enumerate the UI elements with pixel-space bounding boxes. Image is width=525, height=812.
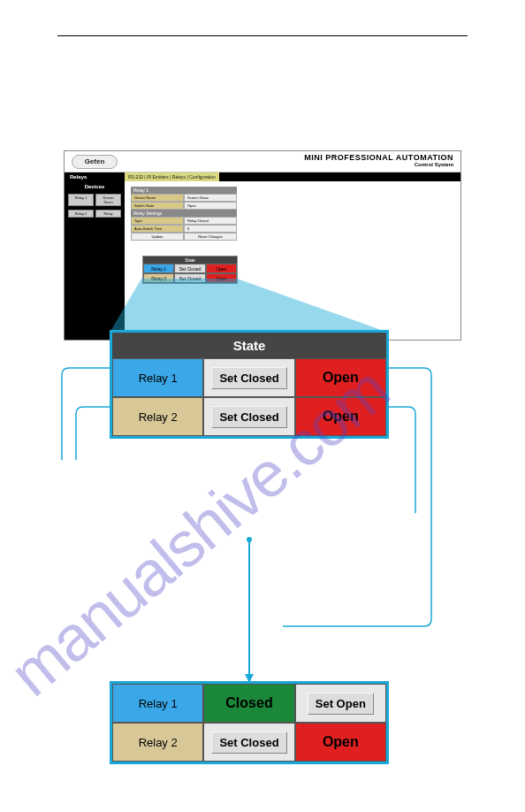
form-r4-value[interactable]: 0 — [184, 225, 237, 233]
result-r2-label: Relay 2 — [112, 723, 203, 762]
nav-menu[interactable]: RS-232 | IR Emitters | Relays | Configur… — [125, 172, 219, 181]
svg-point-1 — [247, 537, 252, 542]
sidebar-relay1-label[interactable]: Relay 1 — [68, 194, 94, 206]
result-row-2: Relay 2 Set Closed Open — [112, 723, 386, 762]
sidebar-row-2: Relay 2 Relay — [65, 208, 125, 219]
state-r2-label: Relay 2 — [112, 397, 203, 436]
result-r1-closed-status: Closed — [203, 684, 294, 723]
state-r2-btn-text: Set Closed — [211, 406, 286, 428]
form-r2-label: Switch State — [131, 202, 184, 210]
mini-r1-status: Open — [206, 264, 237, 273]
app-topbar: Gefen MINI PROFESSIONAL AUTOMATION Contr… — [65, 151, 460, 172]
nav-relays-tag[interactable]: Relays — [70, 172, 87, 181]
mini-state-header: State — [143, 257, 237, 264]
form-r3-value[interactable]: Relay Closed — [184, 217, 237, 225]
state-r2-open-status: Open — [295, 397, 386, 436]
state-r1-open-status: Open — [295, 358, 386, 397]
form-reset-btn[interactable]: Reset Changes — [184, 233, 237, 241]
result-r1-setopen-button[interactable]: Set Open — [295, 684, 386, 723]
result-r2-btn-text: Set Closed — [211, 732, 286, 754]
app-title-text: MINI PROFESSIONAL AUTOMATION — [304, 153, 453, 162]
form-r3-label: Type — [131, 217, 184, 225]
state-r1-btn-text: Set Closed — [211, 367, 286, 389]
form-header-2: Relay Settings — [131, 210, 237, 217]
sidebar-row-1: Relay 1 Screen Down — [65, 192, 125, 208]
app-screenshot: Gefen MINI PROFESSIONAL AUTOMATION Contr… — [64, 150, 461, 341]
mini-state-table: State Relay 1 Set Closed Open Relay 2 Se… — [142, 256, 238, 284]
app-sidebar: Devices Relay 1 Screen Down Relay 2 Rela… — [65, 181, 125, 340]
form-r4-label: Auto-Switch Time — [131, 225, 184, 233]
result-r2-setclosed-button[interactable]: Set Closed — [203, 723, 294, 762]
result-r1-btn-text: Set Open — [308, 693, 374, 715]
app-navbar: Relays RS-232 | IR Emitters | Relays | C… — [65, 172, 460, 181]
app-logo: Gefen — [72, 155, 118, 169]
relay-form: Relay 1 Device NameScreen Down Switch St… — [131, 187, 237, 241]
form-header-1: Relay 1 — [131, 187, 237, 194]
result-row-1: Relay 1 Closed Set Open — [112, 684, 386, 723]
sidebar-relay2-label[interactable]: Relay 2 — [68, 210, 94, 218]
page-top-rule — [57, 35, 468, 36]
app-subtitle: Control System — [304, 162, 453, 167]
mini-r2-label: Relay 2 — [143, 273, 174, 283]
state-row-2: Relay 2 Set Closed Open — [112, 397, 386, 436]
sidebar-relay2-btn[interactable]: Relay — [95, 210, 121, 218]
app-title: MINI PROFESSIONAL AUTOMATION Control Sys… — [304, 153, 453, 167]
result-table: Relay 1 Closed Set Open Relay 2 Set Clos… — [110, 681, 389, 764]
result-r2-open-status: Open — [295, 723, 386, 762]
state-row-1: Relay 1 Set Closed Open — [112, 358, 386, 397]
state-table-header: State — [112, 333, 386, 358]
state-r1-setclosed-button[interactable]: Set Closed — [203, 358, 294, 397]
form-update-btn[interactable]: Update — [131, 233, 184, 241]
state-r1-label: Relay 1 — [112, 358, 203, 397]
mini-r2-status: Open — [206, 273, 237, 283]
mini-r2-btn[interactable]: Set Closed — [174, 273, 205, 283]
form-r1-value[interactable]: Screen Down — [184, 194, 237, 202]
state-table: State Relay 1 Set Closed Open Relay 2 Se… — [110, 330, 389, 439]
form-r2-value[interactable]: Open — [184, 202, 237, 210]
form-r1-label: Device Name — [131, 194, 184, 202]
result-r1-label: Relay 1 — [112, 684, 203, 723]
state-r2-setclosed-button[interactable]: Set Closed — [203, 397, 294, 436]
sidebar-devices-header: Devices — [65, 181, 125, 192]
mini-r1-label: Relay 1 — [143, 264, 174, 273]
sidebar-relay1-btn[interactable]: Screen Down — [95, 194, 121, 206]
mini-r1-btn[interactable]: Set Closed — [174, 264, 205, 273]
